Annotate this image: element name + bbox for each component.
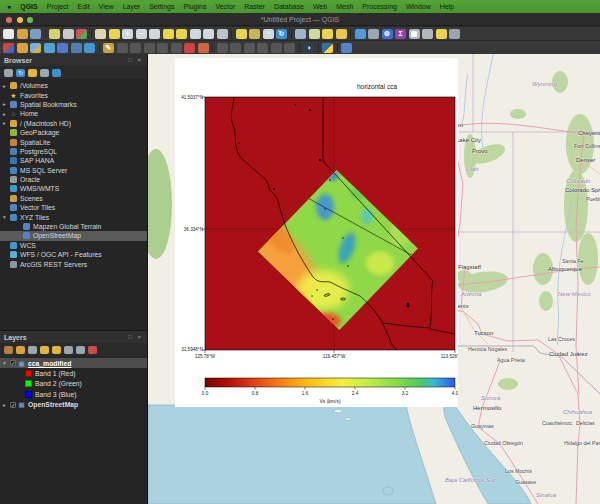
refresh-map-button[interactable]: ↻ [276, 29, 287, 39]
browser-item-spatialite[interactable]: SpatiaLite [0, 137, 147, 146]
style-manager-button[interactable] [76, 29, 87, 39]
browser-item-wms-wmts[interactable]: WMS/WMTS [0, 184, 147, 193]
select-by-expression-button[interactable] [336, 29, 347, 39]
redo-button[interactable] [230, 43, 241, 53]
refresh-browser-button[interactable]: ↻ [16, 69, 25, 77]
chevron-right-icon[interactable]: ▸ [3, 101, 10, 107]
layer-item-band-3-blue[interactable]: Band 3 (Blue) [0, 389, 147, 399]
browser-item-ms-sql-server[interactable]: MS SQL Server [0, 166, 147, 175]
data-source-manager-button[interactable] [3, 43, 14, 53]
menu-view[interactable]: View [99, 3, 114, 10]
browser-item-vector-tiles[interactable]: Vector Tiles [0, 203, 147, 212]
chevron-down-icon[interactable]: ▾ [3, 214, 10, 220]
menu-project[interactable]: Project [47, 3, 69, 10]
cut-features-button[interactable] [171, 43, 182, 53]
python-console-button[interactable] [322, 43, 333, 53]
add-mesh-layer-button[interactable] [44, 43, 55, 53]
map-canvas[interactable]: WyomingOgdenSalt Lake CityProvoUtahCheye… [148, 54, 600, 504]
browser-item-home[interactable]: ▸⌂Home [0, 109, 147, 118]
attribute-table-button[interactable]: ▦ [409, 29, 420, 39]
new-spatial-bookmark-button[interactable] [236, 29, 247, 39]
add-postgis-layer-button[interactable] [71, 43, 82, 53]
save-layer-edits-button[interactable] [117, 43, 128, 53]
menu-database[interactable]: Database [274, 3, 304, 10]
pan-to-selection-button[interactable] [109, 29, 120, 39]
paste-features-button[interactable] [198, 43, 209, 53]
add-group-button[interactable] [16, 346, 25, 354]
map-tips-button[interactable] [436, 29, 447, 39]
zoom-out-button[interactable]: − [136, 29, 147, 39]
filter-browser-button[interactable] [28, 69, 37, 77]
measure-line-button[interactable] [368, 29, 379, 39]
layer-item-openstreetmap[interactable]: ▸✓▦OpenStreetMap [0, 400, 147, 410]
chevron-right-icon[interactable]: ▸ [3, 83, 10, 89]
zoom-last-button[interactable] [203, 29, 214, 39]
chevron-right-icon[interactable]: ▸ [3, 402, 10, 408]
new-print-layout-button[interactable] [49, 29, 60, 39]
panel-window-buttons[interactable]: □ × [128, 57, 143, 63]
layer-item-band-2-green[interactable]: Band 2 (Green) [0, 379, 147, 389]
add-feature-button[interactable] [130, 43, 141, 53]
chevron-right-icon[interactable]: ▸ [3, 120, 10, 126]
options-button[interactable]: ⚙ [382, 29, 393, 39]
identify-features-button[interactable] [295, 29, 306, 39]
layer-visibility-checkbox[interactable]: ✓ [10, 402, 16, 408]
temporal-controller-button[interactable]: ◔ [263, 29, 274, 39]
zoom-full-button[interactable] [149, 29, 160, 39]
menu-plugins[interactable]: Plugins [183, 3, 206, 10]
undo-button[interactable] [217, 43, 228, 53]
zoom-to-layer-button[interactable] [176, 29, 187, 39]
delete-selected-button[interactable] [157, 43, 168, 53]
map-theme-button[interactable]: ◑ [303, 43, 314, 53]
collapse-all-button[interactable] [76, 346, 85, 354]
add-selected-layers-button[interactable] [4, 69, 13, 77]
expand-all-button[interactable] [64, 346, 73, 354]
browser-item-xyz-tiles[interactable]: ▾XYZ Tiles [0, 212, 147, 221]
browser-item-favorites[interactable]: ★Favorites [0, 90, 147, 99]
browser-item-openstreetmap[interactable]: OpenStreetMap [0, 231, 147, 240]
browser-item-mapzen-global-terrain[interactable]: Mapzen Global Terrain [0, 222, 147, 231]
menu-web[interactable]: Web [313, 3, 327, 10]
toggle-editing-button[interactable]: ✎ [103, 43, 114, 53]
remove-layer-button[interactable] [88, 346, 97, 354]
browser-item-sap-hana[interactable]: SAP HANA [0, 156, 147, 165]
add-vector-layer-button[interactable] [17, 43, 28, 53]
show-properties-button[interactable] [52, 69, 61, 77]
layer-visibility-checkbox[interactable]: ✓ [10, 360, 16, 366]
add-delimited-text-button[interactable] [57, 43, 68, 53]
chevron-right-icon[interactable]: ▸ [3, 111, 10, 117]
pan-map-button[interactable] [95, 29, 106, 39]
show-bookmarks-button[interactable] [249, 29, 260, 39]
browser-item-postgresql[interactable]: PostgreSQL [0, 147, 147, 156]
statistics-panel-button[interactable]: Σ [395, 29, 406, 39]
save-project-button[interactable] [30, 29, 41, 39]
browser-item-spatial-bookmarks[interactable]: ▸Spatial Bookmarks [0, 100, 147, 109]
new-project-button[interactable] [3, 29, 14, 39]
menu-help[interactable]: Help [440, 3, 454, 10]
menu-layer[interactable]: Layer [123, 3, 141, 10]
layer-item-band-1-red[interactable]: Band 1 (Red) [0, 368, 147, 378]
filter-by-expression-button[interactable] [52, 346, 61, 354]
metasearch-button[interactable] [341, 43, 352, 53]
collapse-all-button[interactable] [40, 69, 49, 77]
vertex-tool-button[interactable] [144, 43, 155, 53]
menu-settings[interactable]: Settings [149, 3, 174, 10]
browser-item-volumes[interactable]: ▸/Volumes [0, 81, 147, 90]
manage-map-themes-button[interactable] [28, 346, 37, 354]
browser-item-wfs-ogc-api-features[interactable]: WFS / OGC API - Features [0, 250, 147, 259]
browser-item-arcgis-rest-servers[interactable]: ArcGIS REST Servers [0, 259, 147, 268]
zoom-in-button[interactable]: + [122, 29, 133, 39]
menu-qgis[interactable]: QGIS [20, 3, 38, 10]
open-project-button[interactable] [17, 29, 28, 39]
panel-window-buttons[interactable]: □ × [128, 334, 143, 340]
zoom-next-button[interactable] [217, 29, 228, 39]
show-layout-manager-button[interactable] [63, 29, 74, 39]
add-raster-layer-button[interactable] [30, 43, 41, 53]
browser-item-scenes[interactable]: Scenes [0, 194, 147, 203]
browser-item-wcs[interactable]: WCS [0, 241, 147, 250]
zoom-to-selection-button[interactable] [163, 29, 174, 39]
menu-vector[interactable]: Vector [215, 3, 235, 10]
open-layer-styling-button[interactable] [4, 346, 13, 354]
filter-legend-button[interactable] [40, 346, 49, 354]
menu-raster[interactable]: Raster [244, 3, 265, 10]
